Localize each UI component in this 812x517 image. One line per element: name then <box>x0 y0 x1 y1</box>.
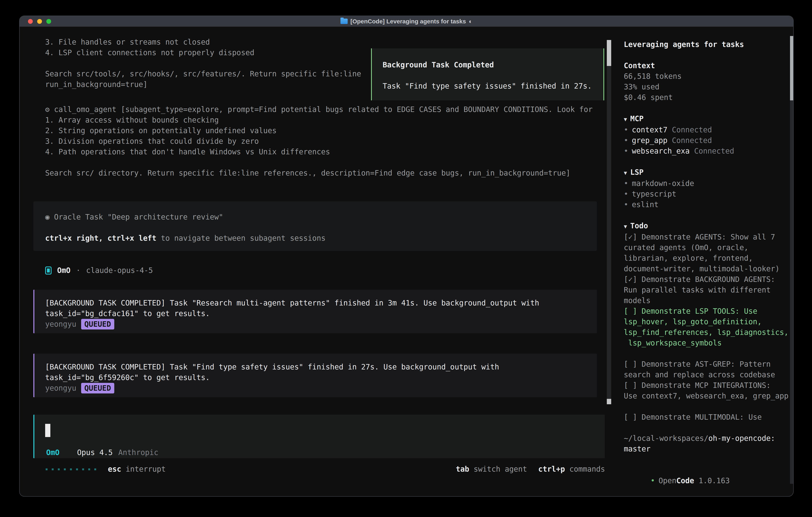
terminal-line <box>45 157 592 168</box>
titlebar[interactable]: [OpenCode] Leveraging agents for tasks ◐ <box>20 16 793 27</box>
message-line: [BACKGROUND TASK COMPLETED] Task "Resear… <box>45 298 597 308</box>
todo-item-active: [ ] Demonstrate LSP TOOLS: Use lsp_hover… <box>624 306 790 348</box>
mcp-item: •grep_app Connected <box>624 135 790 146</box>
workspace-repo: oh-my-opencode: <box>708 434 775 443</box>
terminal-scrollback: 3. File handles or streams not closed 4.… <box>45 37 361 90</box>
todo-item: [ ] Demonstrate MCP INTEGRATIONS: Use co… <box>624 380 790 401</box>
author-name: yeongyu <box>45 384 76 392</box>
window-title-suffix-icon: ◐ <box>469 18 472 25</box>
context-used: 33% used <box>624 82 790 92</box>
sidebar-scrollbar[interactable] <box>790 36 793 484</box>
terminal-line <box>45 58 361 69</box>
todo-item: [✓] Demonstrate BACKGROUND AGENTS: Run p… <box>624 274 790 306</box>
agent-header: OmO · claude-opus-4-5 <box>45 265 153 276</box>
background-task-message: [BACKGROUND TASK COMPLETED] Task "Find t… <box>33 354 597 397</box>
sidebar: Leveraging agents for tasks Context 66,5… <box>624 39 790 497</box>
gear-icon: ⚙ <box>45 105 50 114</box>
mcp-section-header[interactable]: ▼MCP <box>624 113 790 125</box>
tab-hint: tab switch agent <box>456 464 527 474</box>
bullet-icon: • <box>624 200 628 209</box>
input-provider-name: Anthropic <box>118 447 158 458</box>
terminal-line: 3. File handles or streams not closed <box>45 37 361 47</box>
toast-body: Task "Find type safety issues" finished … <box>383 81 603 91</box>
content-scrollbar-foot[interactable] <box>607 399 611 404</box>
context-heading: Context <box>624 60 790 71</box>
mcp-item: •websearch_exa Connected <box>624 146 790 156</box>
terminal-line: Search src/tools/, src/hooks/, src/featu… <box>45 69 361 79</box>
minimize-button[interactable] <box>37 19 42 24</box>
tool-call-first-line: ⚙ call_omo_agent [subagent_type=explore,… <box>45 104 592 115</box>
mcp-item: •context7 Connected <box>624 125 790 135</box>
context-spent: $0.46 spent <box>624 92 790 103</box>
traffic-lights <box>28 19 51 24</box>
bullet-icon: • <box>624 126 628 134</box>
chevron-down-icon: ▼ <box>624 116 627 123</box>
author-name: yeongyu <box>45 320 76 328</box>
sidebar-scrollbar-thumb[interactable] <box>790 36 793 100</box>
todo-item: [✓] Demonstrate AGENTS: Show all 7 curat… <box>624 232 790 274</box>
sidebar-scrollbar-track <box>790 100 793 484</box>
terminal-window: [OpenCode] Leveraging agents for tasks ◐… <box>19 16 793 497</box>
terminal-line: 4. Path operations that don't handle Win… <box>45 146 592 157</box>
prompt-input[interactable]: OmO Opus 4.5 Anthropic <box>33 415 605 458</box>
bullet-icon: • <box>624 147 628 155</box>
workspace-path-prefix: ~/local-workspaces/ <box>624 434 708 443</box>
chevron-down-icon: ▼ <box>624 170 627 176</box>
toast-title: Background Task Completed <box>383 60 603 70</box>
separator-dot: · <box>76 265 81 276</box>
terminal-line: 2. String operations on potentially unde… <box>45 125 592 136</box>
message-line: task_id="bg_6f59260c" to get results. <box>45 372 597 383</box>
commands-hint: ctrl+p commands <box>538 464 605 474</box>
esc-key-label: interrupt <box>126 464 166 474</box>
message-line: task_id="bg_dcfac161" to get results. <box>45 308 597 319</box>
version-line: •OpenCode 1.0.163 <box>624 465 790 497</box>
todo-section-header[interactable]: ▼Todo <box>624 220 790 232</box>
status-badge: QUEUED <box>81 319 114 329</box>
tool-call-text: call_omo_agent [subagent_type=explore, p… <box>54 105 592 114</box>
input-model-name: Opus 4.5 <box>77 447 113 458</box>
workspace-path: ~/local-workspaces/oh-my-opencode: maste… <box>624 433 790 454</box>
terminal-line: run_in_background=true] <box>45 79 361 90</box>
status-bar: ▪▪▪▪▪▪▪▪▪ esc interrupt tab switch agent… <box>45 464 605 474</box>
message-meta: yeongyuQUEUED <box>45 319 597 329</box>
todo-item: [ ] Demonstrate MULTIMODAL: Use <box>624 412 790 423</box>
tool-call-block: ⚙ call_omo_agent [subagent_type=explore,… <box>45 104 592 178</box>
zoom-button[interactable] <box>46 19 51 24</box>
window-title-text: [OpenCode] Leveraging agents for tasks <box>350 18 466 25</box>
bullet-icon: • <box>624 136 628 145</box>
keybind-text: ctrl+x right, ctrl+x left <box>45 234 156 243</box>
message-meta: yeongyuQUEUED <box>45 383 597 393</box>
oracle-task-hint: ctrl+x right, ctrl+x left to navigate be… <box>45 233 597 244</box>
chevron-down-icon: ▼ <box>624 223 627 229</box>
esc-key-hint: esc <box>108 464 121 474</box>
status-badge: QUEUED <box>81 383 114 393</box>
oracle-task-title: ◉ Oracle Task "Deep architecture review" <box>45 212 597 222</box>
input-model-row: OmO Opus 4.5 Anthropic <box>46 447 158 458</box>
terminal-line: 4. LSP client connections not properly d… <box>45 47 361 58</box>
record-icon: ◉ <box>45 213 50 221</box>
agent-icon <box>45 267 52 274</box>
todo-item: [ ] Demonstrate AST-GREP: Pattern search… <box>624 359 790 380</box>
workspace-branch: master <box>624 444 790 454</box>
agent-name: OmO <box>57 265 70 276</box>
close-button[interactable] <box>28 19 33 24</box>
lsp-section-header[interactable]: ▼LSP <box>624 167 790 178</box>
content-scrollbar[interactable] <box>607 40 611 404</box>
session-title: Leveraging agents for tasks <box>624 39 790 50</box>
status-dot-icon: • <box>650 477 655 485</box>
lsp-item: •eslint <box>624 199 790 210</box>
content-scrollbar-thumb[interactable] <box>607 40 611 66</box>
terminal-line: 3. Division operations that could divide… <box>45 136 592 146</box>
oracle-task-box[interactable]: ◉ Oracle Task "Deep architecture review"… <box>33 201 597 251</box>
window-title: [OpenCode] Leveraging agents for tasks ◐ <box>341 18 472 25</box>
bullet-icon: • <box>624 179 628 188</box>
folder-icon <box>341 19 348 24</box>
agent-model: claude-opus-4-5 <box>86 265 153 276</box>
lsp-item: •markdown-oxide <box>624 178 790 189</box>
background-task-toast[interactable]: Background Task Completed Task "Find typ… <box>371 48 604 100</box>
text-cursor <box>45 424 50 437</box>
input-agent-name: OmO <box>46 447 60 458</box>
status-bar-right: tab switch agent ctrl+p commands <box>456 464 605 474</box>
background-task-message: [BACKGROUND TASK COMPLETED] Task "Resear… <box>33 290 597 333</box>
spinner-dots-icon: ▪▪▪▪▪▪▪▪▪ <box>45 464 100 474</box>
